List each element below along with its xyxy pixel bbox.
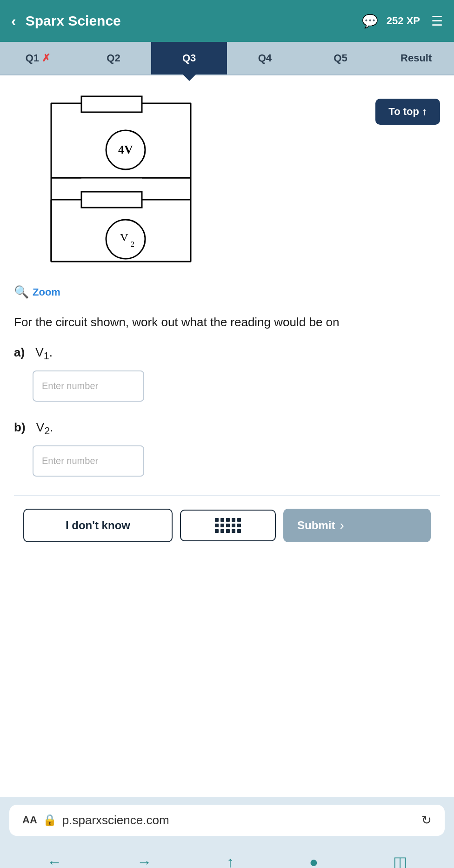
zoom-label: Zoom xyxy=(33,286,60,298)
q1-wrong-icon: ✗ xyxy=(42,52,50,64)
nav-back-icon[interactable]: ← xyxy=(47,854,62,868)
tab-q2[interactable]: Q2 xyxy=(76,42,152,74)
part-a: a) V1. xyxy=(14,345,440,402)
tab-q1[interactable]: Q1 ✗ xyxy=(0,42,76,74)
part-b-label: b) V2. xyxy=(14,420,440,437)
dont-know-button[interactable]: I don't know xyxy=(23,509,173,542)
main-content: 4V V 2 To top ↑ xyxy=(0,75,454,797)
svg-text:2: 2 xyxy=(131,240,134,248)
chat-icon[interactable]: 💬 xyxy=(362,13,378,29)
nav-bookmark-icon[interactable]: ● xyxy=(309,854,318,868)
tab-q5[interactable]: Q5 xyxy=(303,42,379,74)
browser-url: p.sparxscience.com xyxy=(62,813,416,828)
circuit-diagram: 4V V 2 xyxy=(14,89,209,276)
tab-q4[interactable]: Q4 xyxy=(227,42,303,74)
svg-rect-12 xyxy=(81,192,142,208)
part-a-label: a) V1. xyxy=(14,345,440,362)
reload-icon[interactable]: ↻ xyxy=(421,813,432,828)
browser-input[interactable]: AA 🔒 p.sparxscience.com ↻ xyxy=(9,805,445,836)
submit-button[interactable]: Submit › xyxy=(283,509,431,542)
menu-icon[interactable]: ☰ xyxy=(431,13,443,29)
xp-display: 252 XP xyxy=(387,15,420,27)
header: ‹ Sparx Science 💬 252 XP ☰ xyxy=(0,0,454,42)
nav-share-icon[interactable]: ↑ xyxy=(227,854,234,868)
nav-tabs-icon[interactable]: ◫ xyxy=(393,853,407,868)
bottom-nav: ← → ↑ ● ◫ xyxy=(0,843,454,868)
calculator-icon xyxy=(215,518,241,533)
part-b: b) V2. xyxy=(14,420,440,477)
svg-rect-4 xyxy=(81,96,142,112)
browser-bar: AA 🔒 p.sparxscience.com ↻ xyxy=(0,797,454,843)
nav-forward-icon[interactable]: → xyxy=(137,854,152,868)
circuit-area: 4V V 2 To top ↑ xyxy=(14,89,440,276)
zoom-icon: 🔍 xyxy=(14,285,29,299)
tab-result[interactable]: Result xyxy=(378,42,454,74)
v2-input[interactable] xyxy=(33,445,144,477)
tab-q3[interactable]: Q3 xyxy=(151,42,227,74)
calculator-button[interactable] xyxy=(180,510,276,541)
submit-icon: › xyxy=(340,518,344,533)
tab-bar: Q1 ✗ Q2 Q3 Q4 Q5 Result xyxy=(0,42,454,75)
lock-icon: 🔒 xyxy=(43,814,57,827)
app-title: Sparx Science xyxy=(26,13,362,29)
to-top-button[interactable]: To top ↑ xyxy=(375,99,440,125)
question-text: For the circuit shown, work out what the… xyxy=(14,313,440,331)
back-button[interactable]: ‹ xyxy=(11,13,16,30)
v1-input[interactable] xyxy=(33,370,144,402)
action-bar: I don't know Submit › xyxy=(14,495,440,555)
svg-text:V: V xyxy=(120,231,128,243)
zoom-link[interactable]: 🔍 Zoom xyxy=(14,285,440,299)
svg-text:4V: 4V xyxy=(118,143,133,156)
browser-aa: AA xyxy=(22,814,37,826)
